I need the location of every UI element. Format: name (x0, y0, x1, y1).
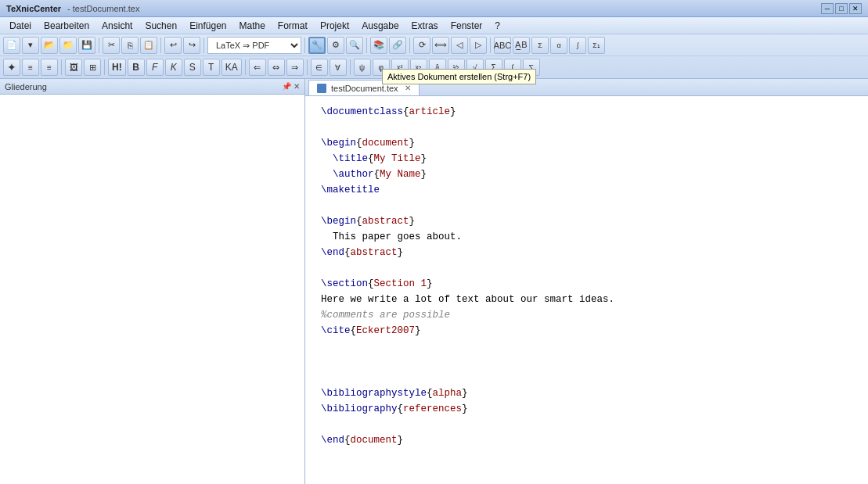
code-line-5: \author{My Name} (321, 167, 852, 182)
code-line-15: \cite{Eckert2007} (321, 323, 852, 339)
sidebar-title: Gliederung (5, 82, 47, 91)
new-button[interactable]: 📄 (3, 37, 20, 54)
code-line-10: \end{abstract} (321, 245, 852, 260)
title-bar: TeXnicCenter - testDocument.tex ─ □ ✕ (0, 0, 868, 17)
align-center-btn[interactable]: ⇔ (268, 59, 285, 76)
sidebar-pin-button[interactable]: 📌 (282, 82, 291, 91)
code-line-14: %comments are possible (321, 307, 852, 323)
sidebar-header: Gliederung 📌 ✕ (0, 79, 304, 95)
spelling2-button[interactable]: A̲B (513, 37, 530, 54)
open2-button[interactable]: 📁 (59, 37, 77, 54)
code-line-3: \begin{document} (321, 135, 852, 151)
format-toolbar-btn1[interactable]: ✦ (3, 59, 20, 76)
bibtex-button[interactable]: 📚 (370, 37, 387, 54)
italic-button[interactable]: F (146, 59, 164, 76)
smallcaps-button[interactable]: KA (222, 59, 242, 76)
img-insert-btn[interactable]: 🖼 (65, 59, 82, 76)
typewriter-button[interactable]: T (203, 59, 220, 76)
code-line-19: \bibliographystyle{alpha} (321, 385, 852, 401)
list-btn[interactable]: ≡ (22, 59, 39, 76)
sep-f2 (104, 59, 105, 75)
code-line-16 (321, 339, 852, 354)
code-line-21 (321, 417, 852, 432)
sidebar-content (0, 95, 304, 484)
menu-projekt[interactable]: Projekt (314, 17, 355, 34)
formula-button[interactable]: Σ (531, 37, 549, 54)
separator1 (99, 38, 99, 53)
code-line-6: \maketitle (321, 182, 852, 198)
menu-suchen[interactable]: Suchen (139, 17, 183, 34)
minimize-button[interactable]: ─ (821, 3, 834, 14)
greek2-btn[interactable]: ψ (354, 59, 371, 76)
new-dropdown-button[interactable]: ▾ (22, 37, 39, 54)
paste-button[interactable]: 📋 (140, 37, 157, 54)
sep-f4 (307, 59, 308, 75)
index-button[interactable]: 🔗 (389, 37, 406, 54)
code-line-12: \section{Section 1} (321, 276, 852, 292)
menu-bearbeiten[interactable]: Bearbeiten (38, 17, 95, 34)
sync-button[interactable]: ⟳ (413, 37, 430, 54)
menu-fenster[interactable]: Fenster (445, 17, 489, 34)
build-button[interactable]: ⚙ (327, 37, 344, 54)
code-line-13: Here we write a lot of text about our sm… (321, 292, 852, 307)
redo-button[interactable]: ↪ (183, 37, 200, 54)
align-left-btn[interactable]: ⇐ (249, 59, 266, 76)
code-line-22: \end{document} (321, 432, 852, 448)
code-line-17 (321, 354, 852, 370)
menu-mathe[interactable]: Mathe (233, 17, 272, 34)
copy-button[interactable]: ⎘ (121, 37, 139, 54)
math-display-btn[interactable]: ∀ (330, 59, 347, 76)
next-error-button[interactable]: ▷ (470, 37, 487, 54)
sync2-button[interactable]: ⟺ (432, 37, 449, 54)
separator6 (409, 38, 410, 53)
separator7 (490, 38, 491, 53)
separator4 (304, 38, 305, 53)
undo-button[interactable]: ↩ (164, 37, 182, 54)
align-right-btn[interactable]: ⇒ (286, 59, 304, 76)
separator3 (203, 38, 204, 53)
greek-button[interactable]: α (550, 37, 567, 54)
math-inline-btn[interactable]: ∈ (311, 59, 328, 76)
code-line-4: \title{My Title} (321, 151, 852, 167)
code-editor[interactable]: \documentclass{article} \begin{document}… (305, 96, 868, 484)
viewer-button[interactable]: 🔧 (308, 37, 326, 54)
list2-btn[interactable]: ≡ (41, 59, 58, 76)
toolbar-row1: 📄 ▾ 📂 📁 💾 ✂ ⎘ 📋 ↩ ↪ LaTeX ⇒ PDF 🔧 ⚙ 🔍 📚 … (0, 34, 868, 56)
bold-h-button[interactable]: H! (108, 59, 126, 76)
separator5 (366, 38, 367, 53)
save-button[interactable]: 💾 (78, 37, 95, 54)
bold-button[interactable]: B (128, 59, 145, 76)
code-line-1: \documentclass{article} (321, 104, 852, 120)
tab-file-icon (317, 84, 326, 93)
tab-close-button[interactable]: ✕ (405, 84, 411, 92)
menu-extras[interactable]: Extras (405, 17, 445, 34)
sans-button[interactable]: S (184, 59, 201, 76)
maximize-button[interactable]: □ (835, 3, 848, 14)
symbols-button[interactable]: Σ₁ (588, 37, 605, 54)
table-btn[interactable]: ⊞ (84, 59, 101, 76)
sidebar-header-controls: 📌 ✕ (282, 82, 300, 91)
menu-einfuegen[interactable]: Einfügen (183, 17, 232, 34)
spell-button[interactable]: ABC (494, 37, 511, 54)
menu-bar: Datei Bearbeiten Ansicht Suchen Einfügen… (0, 17, 868, 34)
more-button[interactable]: ∫ (569, 37, 586, 54)
menu-help[interactable]: ? (488, 17, 506, 34)
build-profile-dropdown[interactable]: LaTeX ⇒ PDF (207, 37, 301, 54)
code-line-2 (321, 120, 852, 135)
sep-f5 (350, 59, 351, 75)
cut-button[interactable]: ✂ (103, 37, 120, 54)
view-output-button[interactable]: 🔍 (346, 37, 363, 54)
menu-format[interactable]: Format (272, 17, 314, 34)
menu-ausgabe[interactable]: Ausgabe (355, 17, 405, 34)
code-line-18 (321, 370, 852, 385)
code-line-9: This paper goes about. (321, 229, 852, 245)
menu-ansicht[interactable]: Ansicht (95, 17, 139, 34)
code-line-8: \begin{abstract} (321, 213, 852, 229)
close-button[interactable]: ✕ (849, 3, 862, 14)
sidebar-close-button[interactable]: ✕ (294, 82, 300, 91)
sep-f1 (61, 59, 62, 75)
open-button[interactable]: 📂 (41, 37, 58, 54)
prev-error-button[interactable]: ◁ (451, 37, 468, 54)
menu-datei[interactable]: Datei (3, 17, 38, 34)
italic-k-button[interactable]: K (165, 59, 182, 76)
